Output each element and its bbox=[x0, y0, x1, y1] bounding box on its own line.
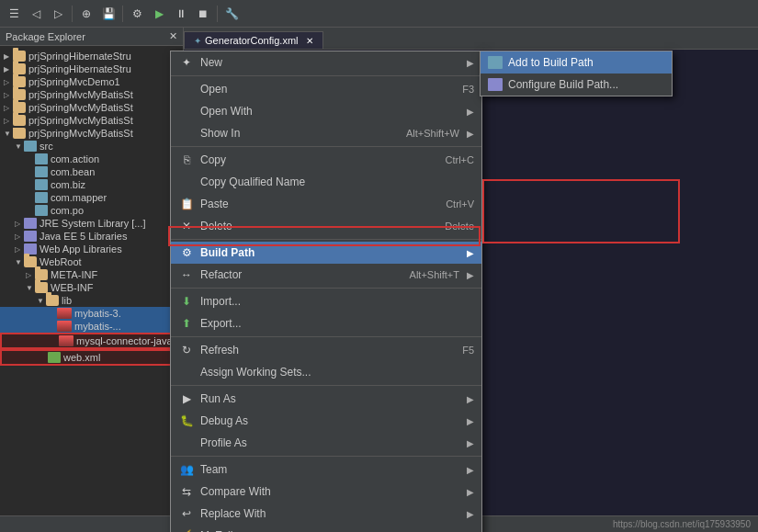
menu-sep bbox=[171, 239, 481, 240]
tree-label: com.bean bbox=[51, 166, 95, 177]
tree-item-com-po[interactable]: com.po bbox=[0, 204, 183, 217]
tree-item-mybatis1[interactable]: mybatis-3. bbox=[0, 307, 183, 320]
menu-item-new[interactable]: ✦ New ▶ bbox=[171, 51, 481, 74]
new-btn[interactable]: ⊕ bbox=[76, 4, 96, 24]
replace-icon: ↩ bbox=[178, 506, 195, 521]
myeclipse-icon: ⚡ bbox=[178, 528, 195, 532]
back-btn[interactable]: ◁ bbox=[26, 4, 46, 24]
chevron-icon: ▷ bbox=[4, 104, 13, 112]
tree-item-com-biz[interactable]: com.biz bbox=[0, 178, 183, 191]
menu-item-assign-working[interactable]: Assign Working Sets... bbox=[171, 361, 481, 383]
menu-item-compare-with[interactable]: ⇆ Compare With ▶ bbox=[171, 481, 481, 503]
tree-item-mysql[interactable]: mysql-connector-java-5.1.22-bin bbox=[0, 333, 183, 349]
sep1 bbox=[72, 6, 73, 22]
menu-item-export[interactable]: ⬆ Export... bbox=[171, 312, 481, 334]
arrow-icon: ▶ bbox=[467, 416, 474, 426]
tree-item-prj7[interactable]: ▼ prjSpringMvcMyBatisSt bbox=[0, 127, 183, 140]
tree-label: com.mapper bbox=[51, 192, 107, 203]
copy-icon: ⎘ bbox=[178, 153, 195, 167]
submenu-item-add-to-build-path[interactable]: Add to Build Path bbox=[481, 51, 672, 74]
submenu-item-configure-build-path[interactable]: Configure Build Path... bbox=[481, 74, 672, 96]
tree-label: src bbox=[40, 141, 53, 152]
tab-icon: ✦ bbox=[194, 36, 201, 46]
tree-item-webinf[interactable]: ▼ WEB-INF bbox=[0, 281, 183, 294]
menu-item-myeclipse[interactable]: ⚡ MyEclipse ▶ bbox=[171, 525, 481, 532]
tab-close[interactable]: ✕ bbox=[306, 36, 313, 46]
chevron-icon: ▷ bbox=[15, 245, 24, 254]
tree-item-src[interactable]: ▼ src bbox=[0, 140, 183, 153]
forward-btn[interactable]: ▷ bbox=[48, 4, 68, 24]
tree-label: prjSpringMvcMyBatisSt bbox=[28, 115, 133, 126]
paste-icon: 📋 bbox=[178, 197, 195, 211]
tree-item-javaee[interactable]: ▷ Java EE 5 Libraries bbox=[0, 230, 183, 243]
tree-item-prj2[interactable]: ▶ prjSpringHibernateStru bbox=[0, 62, 183, 75]
menu-item-import[interactable]: ⬇ Import... bbox=[171, 290, 481, 312]
tree-item-prj4[interactable]: ▷ prjSpringMvcMyBatisSt bbox=[0, 88, 183, 101]
menu-item-refactor[interactable]: ↔ Refactor Alt+Shift+T ▶ bbox=[171, 264, 481, 286]
menu-item-refresh[interactable]: ↻ Refresh F5 bbox=[171, 339, 481, 361]
menu-item-debug-as[interactable]: 🐛 Debug As ▶ bbox=[171, 410, 481, 432]
menu-item-delete[interactable]: ✕ Delete Delete bbox=[171, 215, 481, 237]
jar-icon bbox=[59, 335, 74, 346]
menu-item-profile-as[interactable]: Profile As ▶ bbox=[171, 432, 481, 454]
chevron-icon: ▼ bbox=[15, 258, 24, 266]
debug-btn[interactable]: 🔧 bbox=[221, 4, 242, 24]
tree-item-webroot[interactable]: ▼ WebRoot bbox=[0, 255, 183, 268]
menu-sep bbox=[171, 75, 481, 76]
export-icon: ⬆ bbox=[178, 316, 195, 331]
package-icon bbox=[35, 192, 48, 203]
chevron-icon: ▶ bbox=[4, 65, 13, 74]
package-icon bbox=[35, 179, 48, 190]
arrow-icon: ▶ bbox=[467, 509, 474, 519]
menu-item-show-in[interactable]: Show In Alt+Shift+W ▶ bbox=[171, 122, 481, 144]
menu-btn[interactable]: ☰ bbox=[4, 4, 24, 24]
menu-sep bbox=[171, 146, 481, 147]
tree-label: prjSpringMvcMyBatisSt bbox=[28, 89, 133, 100]
tree-item-mybatis2[interactable]: mybatis-... bbox=[0, 320, 183, 333]
tree-item-com-bean[interactable]: com.bean bbox=[0, 165, 183, 178]
folder-open-icon bbox=[13, 128, 26, 139]
menu-item-build-path[interactable]: ⚙ Build Path ▶ bbox=[171, 242, 481, 264]
copyqualified-icon bbox=[178, 175, 195, 189]
tree-label: prjSpringMvcDemo1 bbox=[28, 76, 120, 87]
tree-label: com.biz bbox=[51, 179, 85, 190]
tree-item-webxml[interactable]: web.xml bbox=[0, 349, 183, 366]
menu-sep bbox=[171, 288, 481, 289]
tree-item-prj3[interactable]: ▷ prjSpringMvcDemo1 bbox=[0, 75, 183, 88]
tree-label: Java EE 5 Libraries bbox=[40, 231, 127, 242]
settings-btn[interactable]: ⚙ bbox=[127, 4, 147, 24]
menu-item-open[interactable]: Open F3 bbox=[171, 78, 481, 100]
editor-tab-generatorconfig[interactable]: ✦ GeneratorConfig.xml ✕ bbox=[184, 31, 323, 49]
menu-item-run-as[interactable]: ▶ Run As ▶ bbox=[171, 388, 481, 410]
tree-label: prjSpringHibernateStru bbox=[28, 51, 131, 62]
tree-item-lib[interactable]: ▼ lib bbox=[0, 294, 183, 307]
stop-btn[interactable]: ⏹ bbox=[193, 4, 213, 24]
menu-sep bbox=[171, 385, 481, 386]
panel-header-left: Package Explorer bbox=[6, 31, 85, 42]
tree-label: JRE System Library [...] bbox=[40, 218, 146, 229]
tree-content: ▶ prjSpringHibernateStru ▶ prjSpringHibe… bbox=[0, 46, 183, 369]
jar-icon bbox=[57, 308, 72, 319]
package-explorer-panel: Package Explorer ✕ ▶ prjSpringHibernateS… bbox=[0, 28, 184, 532]
tree-item-jre[interactable]: ▷ JRE System Library [...] bbox=[0, 217, 183, 230]
save-btn[interactable]: 💾 bbox=[98, 4, 119, 24]
close-icon[interactable]: ✕ bbox=[169, 30, 177, 42]
menu-item-copy-qualified[interactable]: Copy Qualified Name bbox=[171, 171, 481, 193]
chevron-icon: ▷ bbox=[15, 232, 24, 241]
tree-item-prj6[interactable]: ▷ prjSpringMvcMyBatisSt bbox=[0, 114, 183, 127]
tree-item-metainf[interactable]: ▷ META-INF bbox=[0, 268, 183, 281]
tree-label: prjSpringMvcMyBatisSt bbox=[28, 128, 133, 139]
tree-label: web.xml bbox=[63, 352, 100, 363]
menu-item-team[interactable]: 👥 Team ▶ bbox=[171, 458, 481, 481]
menu-item-replace-with[interactable]: ↩ Replace With ▶ bbox=[171, 503, 481, 525]
tree-item-prj5[interactable]: ▷ prjSpringMvcMyBatisSt bbox=[0, 101, 183, 114]
menu-item-paste[interactable]: 📋 Paste Ctrl+V bbox=[171, 193, 481, 215]
menu-item-open-with[interactable]: Open With ▶ bbox=[171, 100, 481, 122]
tree-item-com-mapper[interactable]: com.mapper bbox=[0, 191, 183, 204]
run-btn[interactable]: ▶ bbox=[149, 4, 169, 24]
tree-item-com-action[interactable]: com.action bbox=[0, 153, 183, 165]
tree-item-prj1[interactable]: ▶ prjSpringHibernateStru bbox=[0, 50, 183, 62]
menu-item-copy[interactable]: ⎘ Copy Ctrl+C bbox=[171, 149, 481, 171]
tree-label: META-INF bbox=[51, 269, 97, 280]
pause-btn[interactable]: ⏸ bbox=[171, 4, 191, 24]
